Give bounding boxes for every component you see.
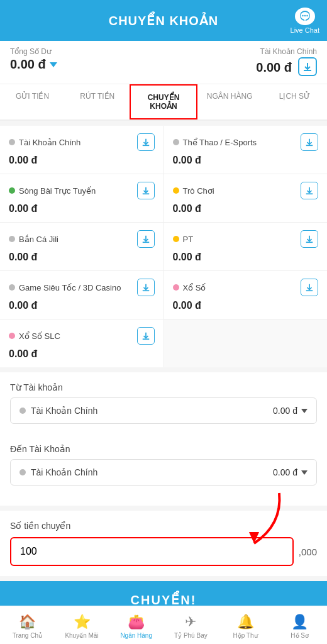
wallet-amount-the-thao: 0.00 đ	[173, 155, 319, 166]
from-account-dropdown-arrow	[301, 409, 308, 413]
wallet-grid: Tài Khoản Chính 0.00 đ Thể Thao / E-Spor…	[0, 126, 327, 367]
amount-suffix: ,000	[299, 547, 317, 557]
wallet-dot	[9, 187, 15, 194]
wallet-download-game-sieu-toc[interactable]	[137, 279, 155, 296]
page-content: Tổng Số Dư 0.00 đ Tài Khoản Chính 0.00 đ	[0, 41, 327, 644]
total-balance-item: Tổng Số Dư 0.00 đ	[10, 47, 164, 77]
total-balance-label: Tổng Số Dư	[10, 47, 164, 56]
main-account-value: 0.00 đ	[256, 60, 292, 75]
home-icon: 🏠	[19, 614, 36, 630]
wallet-dot	[173, 236, 179, 242]
wallet-dot	[9, 284, 15, 291]
amount-label: Số tiền chuyển	[10, 521, 317, 531]
from-account-select-left: Tài Khoản Chính	[19, 406, 97, 416]
wallet-download-tai-khoan-chinh[interactable]	[137, 133, 155, 151]
wallet-amount-xo-so-slc: 0.00 đ	[9, 348, 155, 360]
to-account-select-left: Tài Khoản Chính	[19, 467, 97, 477]
wallet-amount-tai-khoan-chinh: 0.00 đ	[9, 155, 155, 166]
from-account-section: Từ Tài khoản Tài Khoản Chính 0.00 đ	[0, 372, 327, 444]
balance-row: Tổng Số Dư 0.00 đ Tài Khoản Chính 0.00 đ	[0, 41, 327, 84]
from-account-dot	[19, 408, 26, 414]
nav-hop-thu-label: Hộp Thư	[233, 632, 257, 639]
nav-ho-so-label: Hồ Sơ	[291, 632, 309, 639]
wallet-name-tro-choi: Trò Chơi	[173, 186, 301, 196]
wallet-amount-game-sieu-toc: 0.00 đ	[9, 300, 155, 311]
bottom-nav: 🏠 Trang Chủ ⭐ Khuyến Mãi 👛 Ngân Hàng ✈ T…	[0, 606, 327, 644]
wallet-download-ban-ca[interactable]	[137, 230, 155, 248]
wallet-dot	[9, 236, 15, 242]
wallet-name-song-bai: Sòng Bài Trực Tuyến	[9, 186, 137, 196]
main-account-label: Tài Khoản Chính	[260, 47, 317, 56]
wallet-amount-ban-ca: 0.00 đ	[9, 252, 155, 263]
to-account-dot	[19, 469, 26, 475]
svg-point-2	[302, 14, 303, 16]
nav-khuyen-mai-label: Khuyến Mãi	[65, 632, 98, 639]
wallet-card-pt: PT 0.00 đ	[164, 223, 328, 270]
wallet-download-pt[interactable]	[301, 230, 318, 248]
amount-input[interactable]	[10, 537, 294, 566]
nav-ngan-hang[interactable]: 👛 Ngân Hàng	[109, 611, 164, 641]
wallet-amount-xo-so: 0.00 đ	[173, 300, 319, 311]
wallet-card-game-sieu-toc: Game Siêu Tốc / 3D Casino 0.00 đ	[0, 271, 164, 319]
wallet-download-song-bai[interactable]	[137, 182, 155, 199]
nav-ty-phu-bay-label: Tỷ Phú Bay	[174, 632, 208, 639]
tab-gui-tien[interactable]: GỬI TIỀN	[0, 84, 65, 119]
wallet-name-game-sieu-toc: Game Siêu Tốc / 3D Casino	[9, 283, 137, 292]
wallet-name-tai-khoan-chinh: Tài Khoản Chính	[9, 138, 137, 147]
wallet-name-the-thao: Thể Thao / E-Sports	[173, 138, 301, 147]
main-account-item: Tài Khoản Chính 0.00 đ	[164, 47, 317, 77]
main-account-download-button[interactable]	[298, 57, 317, 76]
wallet-dot	[173, 187, 179, 194]
tab-rut-tien[interactable]: RÚT TIỀN	[65, 84, 130, 119]
wallet-card-empty	[164, 319, 328, 367]
tab-lich-su[interactable]: LỊCH SỬ	[262, 84, 327, 119]
header: CHUYỂN KHOẢN Live Chat	[0, 0, 327, 41]
from-account-select-right: 0.00 đ	[273, 406, 308, 416]
wallet-card-tro-choi: Trò Chơi 0.00 đ	[164, 174, 328, 222]
wallet-download-xo-so-slc[interactable]	[137, 327, 155, 345]
wallet-card-tai-khoan-chinh: Tài Khoản Chính 0.00 đ	[0, 126, 164, 174]
nav-trang-chu[interactable]: 🏠 Trang Chủ	[0, 611, 55, 641]
wallet-download-xo-so[interactable]	[301, 279, 318, 296]
nav-ngan-hang-label: Ngân Hàng	[120, 632, 152, 639]
wallet-icon: 👛	[128, 614, 145, 630]
wallet-amount-pt: 0.00 đ	[173, 252, 319, 263]
plane-icon: ✈	[185, 614, 196, 630]
amount-section: Số tiền chuyển ,000	[0, 511, 327, 576]
nav-trang-chu-label: Trang Chủ	[13, 632, 42, 639]
to-account-section: Đến Tài Khoản Tài Khoản Chính 0.00 đ	[0, 444, 327, 506]
to-account-dropdown-arrow	[301, 470, 308, 475]
svg-point-3	[304, 14, 306, 16]
live-chat-label: Live Chat	[291, 26, 319, 34]
wallet-download-the-thao[interactable]	[301, 133, 318, 151]
page-title: CHUYỂN KHOẢN	[109, 13, 219, 28]
from-account-label: Từ Tài khoản	[10, 382, 317, 392]
nav-hop-thu[interactable]: 🔔 Hộp Thư	[218, 611, 273, 641]
wallet-card-the-thao: Thể Thao / E-Sports 0.00 đ	[164, 126, 328, 174]
wallet-name-ban-ca: Bắn Cá Jili	[9, 235, 137, 244]
balance-dropdown-arrow[interactable]	[50, 62, 57, 67]
tab-chuyen-khoan[interactable]: CHUYỂN KHOẢN	[130, 84, 197, 119]
wallet-card-ban-ca: Bắn Cá Jili 0.00 đ	[0, 223, 164, 270]
bell-icon: 🔔	[237, 614, 254, 630]
to-account-select-right: 0.00 đ	[273, 467, 308, 477]
wallet-download-tro-choi[interactable]	[301, 182, 318, 199]
tabs-bar: GỬI TIỀN RÚT TIỀN CHUYỂN KHOẢN NGÂN HÀNG…	[0, 84, 327, 121]
wallet-name-xo-so-slc: Xổ Số SLC	[9, 331, 137, 341]
nav-khuyen-mai[interactable]: ⭐ Khuyến Mãi	[55, 611, 109, 641]
wallet-dot	[9, 333, 15, 339]
nav-ho-so[interactable]: 👤 Hồ Sơ	[272, 611, 327, 641]
nav-ty-phu-bay[interactable]: ✈ Tỷ Phú Bay	[164, 611, 218, 641]
from-account-select[interactable]: Tài Khoản Chính 0.00 đ	[10, 397, 317, 424]
tab-ngan-hang[interactable]: NGÂN HÀNG	[197, 84, 262, 119]
wallet-card-xo-so-slc: Xổ Số SLC 0.00 đ	[0, 319, 164, 367]
amount-input-row: ,000	[10, 537, 317, 566]
svg-point-4	[306, 14, 308, 16]
star-icon: ⭐	[74, 614, 91, 630]
to-account-select[interactable]: Tài Khoản Chính 0.00 đ	[10, 459, 317, 486]
wallet-card-xo-so: Xổ Số 0.00 đ	[164, 271, 328, 319]
wallet-amount-tro-choi: 0.00 đ	[173, 203, 319, 214]
live-chat-icon	[295, 8, 315, 25]
wallet-dot	[173, 284, 179, 291]
live-chat-button[interactable]: Live Chat	[291, 8, 319, 34]
